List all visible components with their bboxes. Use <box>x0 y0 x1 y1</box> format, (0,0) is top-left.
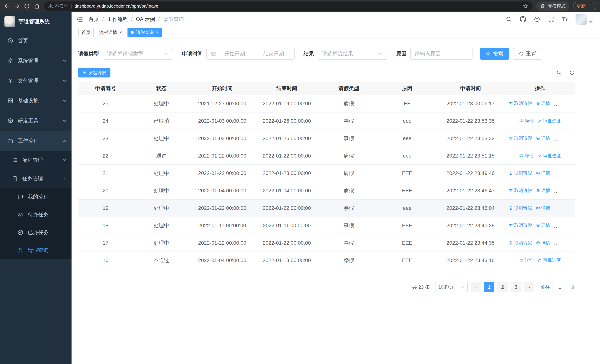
start-date-placeholder: 开始日期 <box>218 50 251 57</box>
cell-status: 处理中 <box>133 199 190 217</box>
close-icon[interactable]: × <box>156 30 159 35</box>
cancel-leave-link[interactable]: 取消请假 <box>509 170 532 176</box>
plus-icon <box>83 71 87 75</box>
detail-link[interactable]: 详情 <box>536 170 550 176</box>
search-button[interactable]: 搜索 <box>480 48 509 60</box>
detail-link[interactable]: 详情 <box>519 153 534 159</box>
page-button-1[interactable]: 1 <box>484 282 494 292</box>
tab-leave-query[interactable]: 请假查询 × <box>128 28 162 37</box>
toggle-search-icon[interactable] <box>556 70 562 75</box>
cell-leave-type: 婚假 <box>319 252 379 269</box>
detail-link[interactable]: 详情 <box>536 101 550 106</box>
pen-icon <box>537 153 542 158</box>
cell-leave-type: 事假 <box>319 130 379 147</box>
page-button-3[interactable]: 3 <box>511 282 521 292</box>
browser-update-button[interactable]: 更新 <box>573 2 596 10</box>
detail-link[interactable]: 详情 <box>519 257 534 263</box>
sidebar-item-done-tasks[interactable]: 已办任务 <box>0 224 72 241</box>
sidebar-item-task-mgmt[interactable]: 任务管理 <box>0 169 72 188</box>
browser-menu-icon[interactable] <box>587 3 593 9</box>
detail-link[interactable]: 详情 <box>536 135 550 141</box>
detail-link[interactable]: 详情 <box>536 205 550 211</box>
sidebar-item-infra[interactable]: 基础设施 <box>0 91 72 111</box>
sidebar-item-devtools[interactable]: 研发工具 <box>0 111 72 131</box>
detail-link[interactable]: 详情 <box>536 187 550 194</box>
cancel-leave-link[interactable]: 取消请假 <box>509 205 532 211</box>
breadcrumb-oa[interactable]: OA 示例 <box>136 16 155 23</box>
prev-page-button[interactable]: ‹ <box>471 282 481 292</box>
sidebar-item-workflow[interactable]: 工作流程 <box>0 131 72 151</box>
cancel-leave-link[interactable]: 取消请假 <box>509 101 532 106</box>
cancel-leave-link[interactable]: 取消请假 <box>509 240 532 246</box>
apply-time-label: 申请时间 <box>182 50 203 57</box>
fullscreen-icon[interactable] <box>548 16 554 22</box>
bookmark-star-icon[interactable] <box>523 3 528 9</box>
reset-button[interactable]: 重置 <box>513 48 542 60</box>
user-menu[interactable] <box>576 14 594 25</box>
reason-input[interactable] <box>411 48 472 59</box>
browser-home-icon[interactable] <box>34 3 40 9</box>
cell-actions: 取消请假 详情 审批进度 <box>505 217 575 234</box>
help-icon[interactable] <box>534 16 540 22</box>
screen: 不安全 dashboard.yudao.iocoder.cn/bpm/oa/le… <box>0 0 600 364</box>
cancel-leave-link[interactable]: 取消请假 <box>509 187 532 194</box>
detail-link[interactable]: 详情 <box>536 222 550 228</box>
cancel-leave-link[interactable]: 取消请假 <box>509 222 532 228</box>
sidebar-item-process-mgmt[interactable]: 流程管理 <box>0 151 72 169</box>
chevron-down-icon <box>62 99 67 103</box>
sidebar-item-todo-tasks[interactable]: 待办任务 <box>0 206 72 224</box>
sidebar-item-pay[interactable]: 支付管理 <box>0 71 72 91</box>
sidebar-item-system[interactable]: 系统管理 <box>0 51 72 71</box>
detail-link[interactable]: 详情 <box>536 240 550 246</box>
table-row: 21 处理中 2022-01-22 00:00:00 2022-01-23 00… <box>78 165 575 182</box>
tab-home[interactable]: 首页 <box>78 28 94 37</box>
leave-type-select[interactable]: 请选择请假类型 <box>103 48 173 60</box>
table-row: 19 处理中 2022-01-22 00:00:00 2022-01-22 00… <box>78 199 575 217</box>
total-count: 共 23 条 <box>412 284 430 290</box>
cell-start-time: 2022-01-22 00:00:00 <box>190 199 254 217</box>
page-size-select[interactable]: 10条/页 <box>435 282 468 292</box>
sidebar-toggle-icon[interactable] <box>76 16 83 23</box>
search-icon[interactable] <box>506 16 512 22</box>
breadcrumb-home[interactable]: 首页 <box>89 16 99 23</box>
address-bar[interactable]: 不安全 dashboard.yudao.iocoder.cn/bpm/oa/le… <box>44 1 533 11</box>
leave-type-label: 请假类型 <box>78 50 99 57</box>
apply-time-range-picker[interactable]: 开始日期 - 结束日期 <box>206 48 295 60</box>
page-button-2[interactable]: 2 <box>497 282 508 292</box>
approval-progress-link[interactable]: 审批进度 <box>537 118 561 124</box>
create-leave-button[interactable]: 发起请假 <box>78 68 111 77</box>
detail-link[interactable]: 详情 <box>519 118 534 124</box>
tab-process-detail[interactable]: 流程详情 × <box>96 28 125 37</box>
trash-icon <box>509 188 513 193</box>
cell-reason: EEE <box>379 182 436 199</box>
cell-apply-id: 21 <box>78 165 133 182</box>
refresh-table-icon[interactable] <box>569 70 575 75</box>
dashboard-icon <box>7 38 13 44</box>
font-size-icon[interactable]: TT <box>562 17 568 22</box>
app-logo[interactable]: 芋道管理系统 <box>0 12 72 31</box>
cancel-leave-link[interactable]: 取消请假 <box>509 135 532 141</box>
browser-reload-icon[interactable] <box>24 3 30 9</box>
approval-progress-link[interactable]: 审批进度 <box>537 257 561 263</box>
next-page-button[interactable]: › <box>524 282 534 292</box>
sidebar-item-my-process[interactable]: 我的流程 <box>0 188 72 206</box>
browser-forward-icon[interactable] <box>14 3 20 9</box>
cell-apply-id: 22 <box>78 147 133 165</box>
cell-apply-id: 25 <box>78 95 133 112</box>
close-icon[interactable]: × <box>119 30 122 35</box>
goto-page-input[interactable] <box>553 282 567 292</box>
url-divider <box>71 4 72 9</box>
security-warning[interactable]: 不安全 <box>48 3 68 9</box>
github-icon[interactable] <box>520 16 526 22</box>
result-select[interactable]: 请选择流结果 <box>318 48 387 60</box>
user-avatar[interactable] <box>576 14 587 25</box>
approval-progress-link[interactable]: 审批进度 <box>537 153 561 159</box>
breadcrumb-workflow[interactable]: 工作流程 <box>107 16 128 23</box>
browser-back-icon[interactable] <box>4 3 10 9</box>
cell-start-time: 2021-12-27 00:00:00 <box>190 95 254 112</box>
sidebar-item-leave-query[interactable]: 请假查询 <box>0 241 72 259</box>
table-row: 16 不通过 2022-01-04 00:00:00 2022-01-13 00… <box>78 252 575 269</box>
cell-leave-type: 事假 <box>319 234 379 252</box>
sidebar-item-home[interactable]: 首页 <box>0 31 72 51</box>
eye-icon <box>519 119 524 123</box>
